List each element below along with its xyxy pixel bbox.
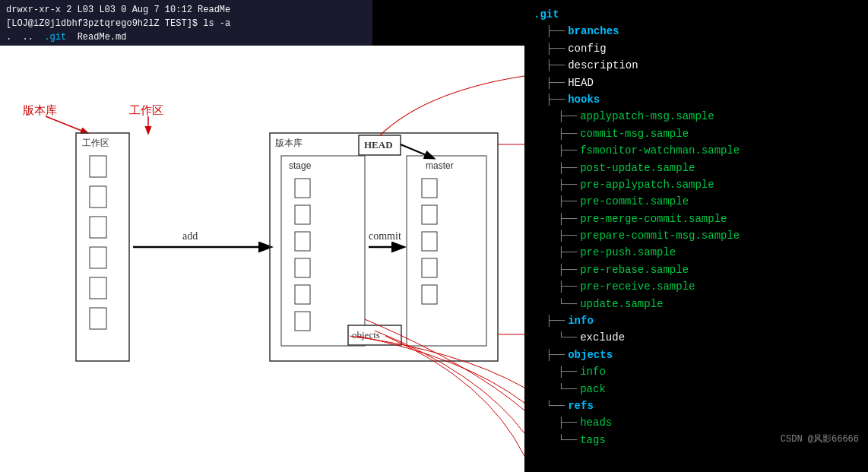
svg-text:版本库: 版本库 (275, 138, 303, 148)
tree-file-tags: tags (580, 432, 606, 448)
tree-item-description: ├── description (534, 57, 859, 74)
tree-item-exclude: └── exclude (534, 329, 859, 346)
svg-text:HEAD: HEAD (364, 139, 393, 150)
tree-file-exclude: exclude (580, 329, 625, 346)
tree-folder-hooks: hooks (568, 91, 600, 108)
terminal-top: drwxr-xr-x 2 L03 L03 0 Aug 7 10:12 ReadM… (0, 0, 372, 46)
tree-item-objects-info: ├── info (534, 363, 859, 380)
tree-item-pre-commit: ├── pre-commit.sample (534, 193, 859, 210)
tree-folder-objects: objects (568, 347, 613, 363)
terminal-line2: [LOJ@iZ0jldbhf3pztqrego9h2lZ TEST]$ ls -… (6, 17, 366, 30)
terminal-line3: . .. .git ReadMe.md (6, 30, 366, 44)
svg-text:commit: commit (369, 230, 401, 242)
tree-folder-refs: refs (568, 398, 594, 414)
tree-item-tags: └── tags CSDN @风影66666 (534, 432, 859, 448)
diagram-area: 版本库 工作区 工作区 add (0, 46, 524, 472)
tree-file-heads: heads (580, 414, 612, 431)
label-workspace-top: 工作区 (129, 103, 163, 116)
label-repo-left: 版本库 (23, 103, 57, 116)
tree-file-config: config (568, 40, 606, 57)
tree-file-commit-msg: commit-msg.sample (580, 125, 689, 142)
watermark-label: CSDN @风影66666 (781, 432, 859, 447)
tree-item-applypatch: ├── applypatch-msg.sample (534, 108, 859, 125)
tree-file-fsmonitor: fsmonitor-watchman.sample (580, 142, 740, 159)
tree-file-post-update: post-update.sample (580, 160, 695, 176)
svg-text:add: add (182, 230, 198, 242)
tree-item-HEAD: ├── HEAD (534, 74, 859, 91)
tree-item-branches: ├── branches (534, 23, 859, 40)
tree-file-description: description (568, 57, 638, 74)
tree-item-commit-msg: ├── commit-msg.sample (534, 125, 859, 142)
diagram-svg: 版本库 工作区 工作区 add (0, 46, 524, 472)
tree-root-label: .git (534, 6, 559, 23)
tree-folder-branches: branches (568, 23, 619, 40)
tree-item-prepare-commit: ├── prepare-commit-msg.sample (534, 227, 859, 244)
terminal-line1: drwxr-xr-x 2 L03 L03 0 Aug 7 10:12 ReadM… (6, 3, 366, 17)
svg-text:工作区: 工作区 (82, 138, 109, 148)
tree-item-objects: ├── objects (534, 347, 859, 363)
tree-item-pack: └── pack (534, 381, 859, 398)
tree-file-pre-push: pre-push.sample (580, 244, 676, 261)
tree-item-refs: └── refs (534, 398, 859, 414)
tree-file-HEAD: HEAD (568, 74, 594, 91)
tree-file-pack: pack (580, 381, 606, 398)
svg-text:stage: stage (289, 160, 312, 171)
tree-file-pre-applypatch: pre-applypatch.sample (580, 176, 714, 193)
tree-item-hooks: ├── hooks (534, 91, 859, 108)
tree-item-heads: ├── heads (534, 414, 859, 431)
tree-item-fsmonitor: ├── fsmonitor-watchman.sample (534, 142, 859, 159)
tree-file-pre-receive: pre-receive.sample (580, 278, 695, 295)
tree-folder-info: info (568, 312, 594, 329)
svg-rect-0 (0, 46, 524, 472)
tree-item-post-update: ├── post-update.sample (534, 160, 859, 176)
tree-file-update: update.sample (580, 296, 663, 312)
tree-file-pre-rebase: pre-rebase.sample (580, 261, 689, 278)
tree-file-objects-info: info (580, 363, 606, 380)
tree-file-prepare-commit: prepare-commit-msg.sample (580, 227, 740, 244)
tree-item-pre-merge: ├── pre-merge-commit.sample (534, 211, 859, 227)
tree-file-applypatch: applypatch-msg.sample (580, 108, 714, 125)
tree-item-config: ├── config (534, 40, 859, 57)
tree-item-pre-applypatch: ├── pre-applypatch.sample (534, 176, 859, 193)
svg-text:master: master (426, 160, 454, 171)
tree-root: .git (534, 6, 859, 23)
tree-item-pre-rebase: ├── pre-rebase.sample (534, 261, 859, 278)
tree-item-update: └── update.sample (534, 296, 859, 312)
tree-item-pre-push: ├── pre-push.sample (534, 244, 859, 261)
tree-file-pre-commit: pre-commit.sample (580, 193, 689, 210)
tree-file-pre-merge: pre-merge-commit.sample (580, 211, 727, 227)
tree-item-pre-receive: ├── pre-receive.sample (534, 278, 859, 295)
git-tree-panel: .git ├── branches ├── config ├── descrip… (524, 0, 868, 472)
tree-item-info: ├── info (534, 312, 859, 329)
